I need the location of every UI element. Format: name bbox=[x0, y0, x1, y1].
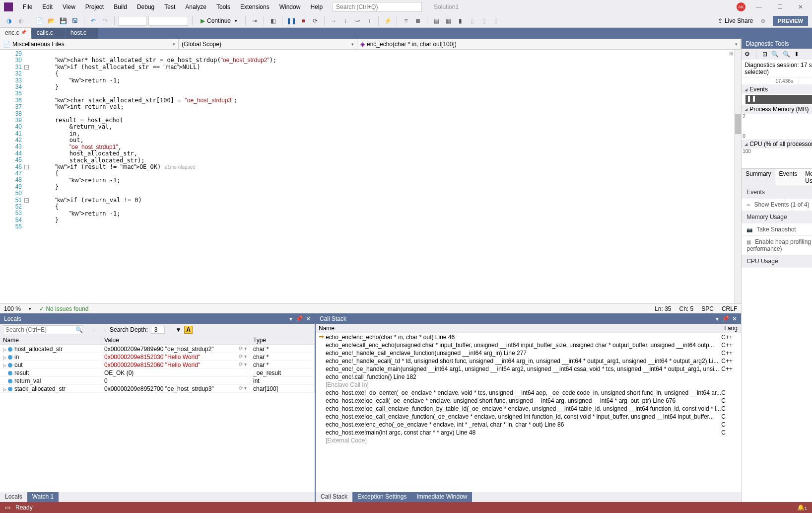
notifications-icon[interactable]: 🔔₁ bbox=[797, 504, 807, 511]
preview-button[interactable]: PREVIEW bbox=[773, 16, 808, 26]
stop-icon[interactable]: ■ bbox=[298, 16, 308, 26]
redo-icon[interactable]: ↷ bbox=[100, 16, 110, 26]
col-type[interactable]: Type bbox=[250, 336, 315, 345]
minimize-icon[interactable]: — bbox=[751, 3, 766, 10]
events-section-header[interactable]: Events bbox=[742, 85, 812, 94]
callstack-row[interactable]: [Enclave Call In] bbox=[316, 381, 741, 389]
nav-back-icon[interactable]: ◑ bbox=[4, 16, 14, 26]
dropdown-icon[interactable]: ▾ bbox=[716, 315, 719, 322]
diag-tab-memory[interactable]: Memory Usage bbox=[801, 169, 812, 186]
save-all-icon[interactable]: 🖫 bbox=[70, 16, 80, 26]
callstack-row[interactable]: echo_enc!_handle_ecall(_td * td, unsigne… bbox=[316, 357, 741, 365]
tab-enc-c[interactable]: enc.c📌× bbox=[0, 28, 32, 39]
tab-immediate[interactable]: Immediate Window bbox=[411, 492, 472, 502]
tab-host-c[interactable]: host.c bbox=[66, 28, 99, 39]
callstack-row[interactable]: echo_host.exe!enc_echo(_oe_enclave * enc… bbox=[316, 421, 741, 429]
hotreload-icon[interactable]: ◧ bbox=[268, 16, 278, 26]
callstack-row[interactable]: ⮕ echo_enc!enc_echo(char * in, char * ou… bbox=[316, 333, 741, 341]
nav-fwd-icon[interactable]: ◐ bbox=[16, 16, 26, 26]
select-icon[interactable]: ⊡ bbox=[762, 51, 767, 58]
menu-analyze[interactable]: Analyze bbox=[181, 1, 210, 12]
tb-icon-1[interactable]: ⚡ bbox=[383, 16, 393, 26]
zoomin-icon[interactable]: 🔍 bbox=[771, 51, 779, 58]
callstack-row[interactable]: echo_enc!_oe_handle_main(unsigned __int6… bbox=[316, 365, 741, 373]
callstack-row[interactable]: echo_host.exe!oe_call_enclave_function_b… bbox=[316, 405, 741, 413]
take-snapshot-link[interactable]: 📷Take Snapshot bbox=[742, 223, 812, 236]
continue-button[interactable]: ▶Continue▾ bbox=[197, 16, 241, 25]
menu-debug[interactable]: Debug bbox=[133, 1, 158, 12]
depth-value[interactable]: 3 bbox=[151, 326, 165, 334]
dropdown-icon[interactable]: ▾ bbox=[289, 315, 292, 322]
cpu-chart[interactable]: 100100 bbox=[748, 148, 812, 168]
tb-icon-9[interactable]: ▯ bbox=[491, 16, 501, 26]
platform-combo[interactable] bbox=[148, 16, 188, 26]
tb-icon-4[interactable]: ▤ bbox=[431, 16, 441, 26]
pin-pane-icon[interactable]: 📌 bbox=[295, 315, 303, 322]
locals-row[interactable]: ▷stack_allocated_str 0x00000209e8952700 … bbox=[0, 385, 315, 393]
menu-edit[interactable]: Edit bbox=[38, 1, 57, 12]
callstack-row[interactable]: echo_host.exe!_do_eenter(_oe_enclave * e… bbox=[316, 389, 741, 397]
issues-indicator[interactable]: ✓ No issues found bbox=[39, 305, 88, 312]
quick-launch-input[interactable] bbox=[333, 2, 422, 12]
events-track[interactable]: ❚❚ bbox=[745, 95, 812, 104]
undo-icon[interactable]: ↶ bbox=[88, 16, 98, 26]
step-into-icon[interactable]: ↓ bbox=[340, 16, 350, 26]
nav-fwd-icon[interactable]: → bbox=[101, 326, 107, 333]
callstack-row[interactable]: echo_host.exe!oe_ecall(_oe_enclave * enc… bbox=[316, 397, 741, 405]
output-icon[interactable]: ▭ bbox=[5, 504, 10, 511]
pin-icon[interactable]: 📌 bbox=[21, 30, 26, 35]
new-item-icon[interactable]: 📄 bbox=[34, 16, 44, 26]
lineending-indicator[interactable]: CRLF bbox=[722, 305, 737, 312]
close-icon[interactable]: ✕ bbox=[793, 3, 808, 10]
menu-file[interactable]: File bbox=[19, 1, 36, 12]
close-pane-icon[interactable]: ✕ bbox=[732, 315, 737, 322]
col-name[interactable]: Name bbox=[0, 336, 101, 345]
col-name[interactable]: Name bbox=[316, 324, 721, 333]
tab-calls-c[interactable]: calls.c bbox=[32, 28, 66, 39]
col-lang[interactable]: Lang bbox=[721, 324, 741, 333]
menu-help[interactable]: Help bbox=[306, 1, 327, 12]
tb-icon-7[interactable]: ▯ bbox=[467, 16, 477, 26]
indent-indicator[interactable]: SPC bbox=[701, 305, 714, 312]
menu-window[interactable]: Window bbox=[275, 1, 305, 12]
reset-icon[interactable]: ⬍ bbox=[794, 51, 799, 58]
menu-extensions[interactable]: Extensions bbox=[236, 1, 273, 12]
close-pane-icon[interactable]: ✕ bbox=[306, 315, 311, 322]
live-share-button[interactable]: ⇪Live Share bbox=[718, 17, 753, 24]
scope-project-combo[interactable]: 📄Miscellaneous Files bbox=[0, 39, 179, 49]
step-over-icon[interactable]: ⤻ bbox=[352, 16, 362, 26]
callstack-row[interactable]: echo_enc!_handle_call_enclave_function(u… bbox=[316, 349, 741, 357]
callstack-row[interactable]: [External Code] bbox=[316, 437, 741, 444]
pin-pane-icon[interactable]: 📌 bbox=[722, 315, 729, 322]
nav-back-icon[interactable]: ← bbox=[92, 326, 98, 333]
memory-section-header[interactable]: Process Memory (MB)▼● bbox=[742, 105, 812, 114]
code-editor[interactable]: 2930−313233343536373839404142434445−4647… bbox=[0, 50, 741, 303]
tab-locals[interactable]: Locals bbox=[0, 492, 27, 502]
save-icon[interactable]: 💾 bbox=[58, 16, 68, 26]
callstack-row[interactable]: echo_host.exe!oe_call_enclave_function(_… bbox=[316, 413, 741, 421]
zoom-level[interactable]: 100 % bbox=[4, 305, 21, 312]
tab-callstack[interactable]: Call Stack bbox=[316, 492, 352, 502]
avatar[interactable]: AK bbox=[737, 2, 745, 11]
tb-icon-5[interactable]: ▦ bbox=[443, 16, 453, 26]
tab-watch1[interactable]: Watch 1 bbox=[27, 492, 59, 502]
menu-tools[interactable]: Tools bbox=[212, 1, 234, 12]
col-value[interactable]: Value bbox=[101, 336, 250, 345]
search-icon[interactable]: 🔍 bbox=[75, 326, 83, 333]
editor-scrollbar[interactable] bbox=[734, 50, 741, 303]
show-events-link[interactable]: ∞Show Events (1 of 4) bbox=[742, 199, 812, 211]
filter-icon[interactable]: ▼ bbox=[175, 326, 181, 333]
highlight-icon[interactable]: A bbox=[184, 326, 193, 334]
restart-icon[interactable]: ⟳ bbox=[310, 16, 320, 26]
menu-build[interactable]: Build bbox=[110, 1, 131, 12]
pause-icon[interactable]: ❚❚ bbox=[286, 16, 296, 26]
next-stmt-icon[interactable]: → bbox=[329, 16, 338, 26]
diag-tab-summary[interactable]: Summary bbox=[742, 169, 775, 186]
gear-icon[interactable]: ⚙ bbox=[744, 51, 750, 58]
enable-heap-link[interactable]: ▦Enable heap profiling (affects performa… bbox=[742, 236, 812, 255]
tb-icon-2[interactable]: ≡ bbox=[401, 16, 411, 26]
zoomout-icon[interactable]: 🔍 bbox=[783, 51, 790, 58]
config-combo[interactable] bbox=[119, 16, 146, 26]
memory-chart[interactable]: 22 00 bbox=[748, 114, 812, 140]
menu-view[interactable]: View bbox=[59, 1, 79, 12]
